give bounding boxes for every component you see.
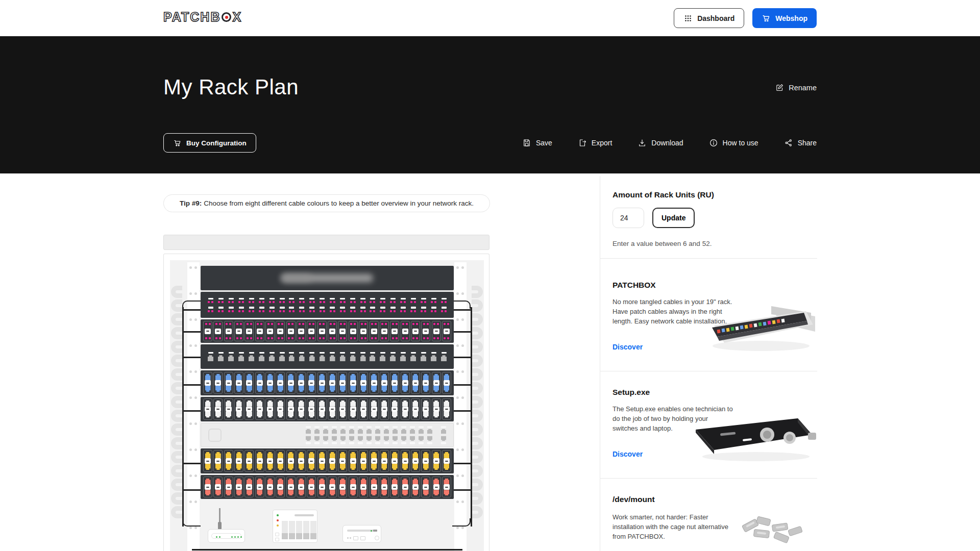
patch-port[interactable] xyxy=(340,298,346,304)
patch-port[interactable] xyxy=(269,298,275,304)
patchbox-module[interactable] xyxy=(370,372,379,394)
export-button[interactable]: Export xyxy=(578,138,612,147)
patch-port[interactable] xyxy=(238,307,244,312)
patch-port[interactable] xyxy=(431,307,436,312)
patch-port[interactable] xyxy=(269,307,275,312)
patchbox-module[interactable] xyxy=(307,398,316,420)
save-button[interactable]: Save xyxy=(522,138,552,147)
patch-port[interactable] xyxy=(421,298,426,304)
patchbox-module[interactable] xyxy=(234,398,243,420)
patchbox-module[interactable] xyxy=(286,450,296,472)
patchbox-module[interactable] xyxy=(203,450,212,472)
patch-port[interactable] xyxy=(249,352,254,362)
patchbox-module[interactable] xyxy=(390,398,399,420)
patchbox-module[interactable] xyxy=(349,398,358,420)
patchbox-module[interactable] xyxy=(349,321,358,341)
patch-port[interactable] xyxy=(410,352,416,362)
patch-port[interactable] xyxy=(309,298,315,304)
patchbox-module[interactable] xyxy=(390,477,399,497)
patchbox-module[interactable] xyxy=(338,477,347,497)
patch-port[interactable] xyxy=(441,298,447,304)
patch-port[interactable] xyxy=(370,307,375,312)
patchbox-module[interactable] xyxy=(234,372,243,394)
patchbox-module[interactable] xyxy=(255,477,264,497)
patchbox-module[interactable] xyxy=(234,321,243,341)
patch-port[interactable] xyxy=(431,352,436,362)
patch-port[interactable] xyxy=(340,307,346,312)
patchbox-module[interactable] xyxy=(442,398,451,420)
patchbox-module[interactable] xyxy=(234,477,243,497)
patch-port[interactable] xyxy=(390,298,396,304)
patchbox-module[interactable] xyxy=(265,398,275,420)
rack-units-input[interactable] xyxy=(612,208,644,228)
patch-port[interactable] xyxy=(360,307,366,312)
patchbox-module[interactable] xyxy=(359,477,368,497)
patchbox-module[interactable] xyxy=(401,477,410,497)
share-button[interactable]: Share xyxy=(784,138,817,147)
ports-unit[interactable] xyxy=(201,344,454,369)
patchbox-module[interactable] xyxy=(328,477,337,497)
patchbox-module[interactable] xyxy=(411,450,420,472)
patchbox-module[interactable] xyxy=(265,477,275,497)
patch-port[interactable] xyxy=(289,307,295,312)
patchbox-module[interactable] xyxy=(432,321,441,341)
patch-port[interactable] xyxy=(370,352,375,362)
patchbox-module[interactable] xyxy=(411,372,420,394)
patchbox-module[interactable] xyxy=(359,398,368,420)
patchbox-module[interactable] xyxy=(255,372,264,394)
patch-port[interactable] xyxy=(390,352,396,362)
patch-port[interactable] xyxy=(259,352,264,362)
patchbox-module[interactable] xyxy=(401,321,410,341)
patchbox-module[interactable] xyxy=(442,477,451,497)
patchbox-module[interactable] xyxy=(411,398,420,420)
patchbox-module[interactable] xyxy=(370,450,379,472)
patchbox-module[interactable] xyxy=(276,450,285,472)
patch-port[interactable] xyxy=(380,307,385,312)
patchbox-module[interactable] xyxy=(297,450,306,472)
patchbox-module[interactable] xyxy=(244,398,254,420)
patch-port[interactable] xyxy=(299,298,305,304)
patchbox-module[interactable] xyxy=(297,398,306,420)
patchbox-module[interactable] xyxy=(421,372,430,394)
patch-port[interactable] xyxy=(259,307,264,312)
patchbox-module[interactable] xyxy=(286,477,296,497)
patchbox-module[interactable] xyxy=(390,321,399,341)
patchbox-module[interactable] xyxy=(338,321,347,341)
patchbox-module[interactable] xyxy=(203,477,212,497)
patch-port[interactable] xyxy=(360,352,366,362)
patchbox-module[interactable] xyxy=(244,372,254,394)
patch-port[interactable] xyxy=(208,307,213,312)
router-device[interactable] xyxy=(208,529,245,543)
patchbox-module[interactable] xyxy=(349,450,358,472)
patch-port[interactable] xyxy=(410,298,416,304)
rename-button[interactable]: Rename xyxy=(775,83,817,92)
patchbox-module[interactable] xyxy=(297,477,306,497)
patch-port[interactable] xyxy=(380,298,385,304)
patch-port[interactable] xyxy=(279,307,285,312)
patch-port[interactable] xyxy=(218,307,224,312)
patchbox-module[interactable] xyxy=(432,372,441,394)
patchbox-module[interactable] xyxy=(213,477,223,497)
modules-unit[interactable] xyxy=(201,370,454,395)
patchbox-module[interactable] xyxy=(203,398,212,420)
patchbox-module[interactable] xyxy=(307,321,316,341)
patchbox-module[interactable] xyxy=(286,398,296,420)
patch-port[interactable] xyxy=(431,298,436,304)
patchbox-module[interactable] xyxy=(380,450,389,472)
patchbox-module[interactable] xyxy=(244,477,254,497)
patchbox-module[interactable] xyxy=(401,398,410,420)
patchbox-module[interactable] xyxy=(359,321,368,341)
patchbox-module[interactable] xyxy=(276,398,285,420)
patch-port[interactable] xyxy=(228,352,234,362)
patchbox-module[interactable] xyxy=(328,321,337,341)
patchbox-module[interactable] xyxy=(224,372,233,394)
patchbox-module[interactable] xyxy=(307,477,316,497)
patch-port[interactable] xyxy=(330,298,335,304)
patchbox-module[interactable] xyxy=(265,372,275,394)
patchbox-module[interactable] xyxy=(203,372,212,394)
buy-configuration-button[interactable]: Buy Configuration xyxy=(163,133,256,153)
patch-port[interactable] xyxy=(350,307,356,312)
patchbox-module[interactable] xyxy=(370,398,379,420)
patchbox-module[interactable] xyxy=(276,477,285,497)
patch-port[interactable] xyxy=(289,298,295,304)
